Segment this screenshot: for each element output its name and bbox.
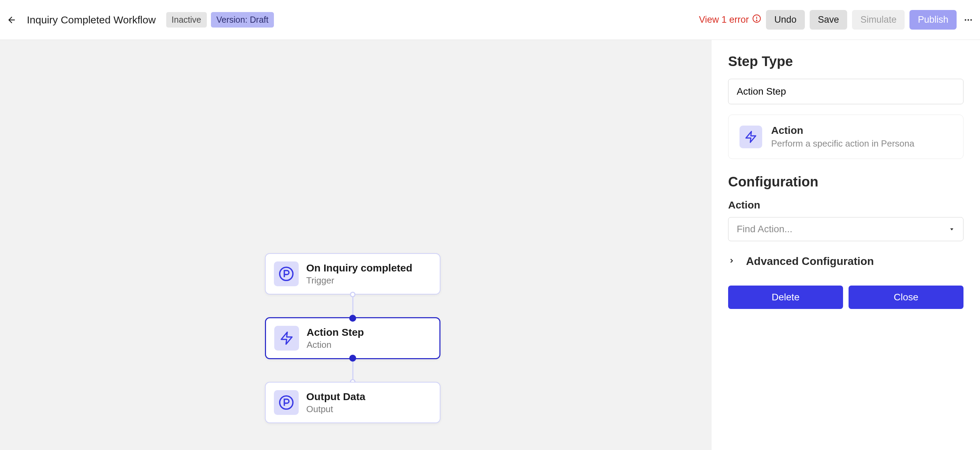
step-type-heading: Step Type	[728, 54, 964, 69]
action-card[interactable]: Action Perform a specific action in Pers…	[728, 114, 964, 159]
svg-point-5	[967, 19, 969, 21]
simulate-button: Simulate	[852, 10, 905, 30]
close-button[interactable]: Close	[848, 286, 964, 309]
node-title: On Inquiry completed	[306, 262, 412, 274]
persona-icon	[274, 390, 299, 415]
error-icon	[752, 14, 761, 25]
svg-marker-8	[281, 332, 292, 344]
connector	[352, 359, 353, 382]
action-select[interactable]: Find Action...	[728, 217, 964, 241]
save-button[interactable]: Save	[810, 10, 848, 30]
error-text: View 1 error	[699, 14, 749, 25]
config-heading: Configuration	[728, 174, 964, 189]
workflow-node-trigger[interactable]: On Inquiry completed Trigger	[265, 253, 441, 294]
svg-point-6	[970, 19, 972, 21]
lightning-icon	[274, 326, 299, 351]
step-type-input[interactable]	[728, 79, 964, 104]
config-sidebar: Step Type Action Perform a specific acti…	[711, 40, 980, 450]
action-card-desc: Perform a specific action in Persona	[771, 138, 914, 149]
delete-button[interactable]: Delete	[728, 286, 843, 309]
lightning-icon	[740, 126, 762, 148]
svg-point-3	[756, 20, 757, 21]
back-button[interactable]	[7, 15, 16, 25]
node-subtitle: Trigger	[306, 275, 412, 286]
action-placeholder: Find Action...	[737, 224, 792, 235]
view-error-link[interactable]: View 1 error	[699, 14, 761, 25]
node-title: Action Step	[307, 326, 364, 338]
svg-marker-11	[950, 229, 953, 231]
caret-down-icon	[949, 224, 955, 235]
workflow-node-output[interactable]: Output Data Output	[265, 382, 441, 423]
node-subtitle: Output	[306, 404, 366, 415]
action-card-title: Action	[771, 124, 914, 136]
node-subtitle: Action	[307, 340, 364, 350]
status-badge: Inactive	[166, 12, 207, 27]
page-title: Inquiry Completed Workflow	[27, 14, 156, 26]
undo-button[interactable]: Undo	[766, 10, 805, 30]
version-badge: Version: Draft	[211, 12, 274, 27]
advanced-config-toggle[interactable]: Advanced Configuration	[728, 255, 964, 268]
chevron-right-icon	[728, 258, 735, 266]
more-menu-button[interactable]	[964, 15, 973, 25]
svg-point-4	[965, 19, 967, 21]
persona-icon	[274, 261, 299, 286]
svg-marker-10	[746, 131, 756, 142]
workflow-node-action[interactable]: Action Step Action	[265, 317, 441, 359]
advanced-config-label: Advanced Configuration	[746, 255, 874, 268]
publish-button[interactable]: Publish	[910, 10, 956, 30]
node-title: Output Data	[306, 391, 366, 402]
action-field-label: Action	[728, 199, 964, 211]
workflow-canvas[interactable]: On Inquiry completed Trigger Acti	[0, 40, 711, 450]
connector	[352, 294, 353, 317]
